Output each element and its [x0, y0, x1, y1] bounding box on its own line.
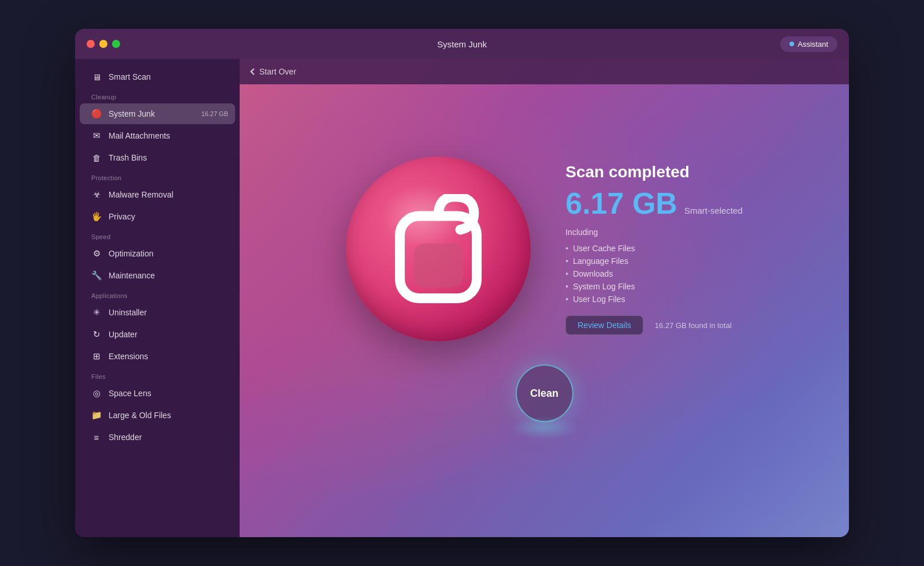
uninstaller-icon: ✳	[91, 307, 102, 318]
size-value: 6.17 GB	[565, 188, 677, 218]
trash-icon: 🗑	[91, 152, 102, 163]
section-applications: Applications	[75, 286, 240, 301]
section-cleanup: Cleanup	[75, 88, 240, 103]
clean-button-wrapper: Clean	[510, 364, 579, 440]
space-lens-icon: ◎	[91, 388, 102, 399]
maintenance-icon: 🔧	[91, 270, 102, 281]
optimization-label: Optimization	[109, 249, 154, 258]
size-row: 6.17 GB Smart-selected	[565, 188, 743, 218]
sidebar-item-mail-attachments[interactable]: ✉ Mail Attachments	[80, 125, 235, 146]
list-item: User Log Files	[565, 295, 743, 304]
sidebar-item-system-junk[interactable]: 🔴 System Junk 16.27 GB	[80, 103, 235, 124]
start-over-label: Start Over	[259, 67, 296, 76]
including-label: Including	[565, 228, 743, 237]
list-item: System Log Files	[565, 282, 743, 291]
window-title: System Junk	[437, 39, 487, 49]
sidebar-item-malware-removal[interactable]: ☣ Malware Removal	[80, 184, 235, 205]
assistant-label: Assistant	[798, 40, 828, 49]
privacy-icon: 🖐	[91, 211, 102, 222]
close-button[interactable]	[87, 40, 95, 48]
title-bar: System Junk Assistant	[75, 29, 849, 59]
trash-bins-label: Trash Bins	[109, 153, 147, 162]
sidebar-item-optimization[interactable]: ⚙ Optimization	[80, 243, 235, 264]
system-junk-icon: 🔴	[91, 109, 102, 119]
assistant-dot	[789, 42, 794, 46]
updater-icon: ↻	[91, 329, 102, 340]
back-icon	[250, 68, 256, 75]
maintenance-label: Maintenance	[109, 271, 155, 280]
clean-button[interactable]: Clean	[516, 364, 573, 422]
assistant-button[interactable]: Assistant	[780, 36, 837, 52]
main-panel: Start Over	[240, 59, 849, 537]
review-details-label: Review Details	[578, 321, 631, 330]
space-lens-label: Space Lens	[109, 389, 151, 398]
sidebar: 🖥 Smart Scan Cleanup 🔴 System Junk 16.27…	[75, 59, 240, 537]
sidebar-item-privacy[interactable]: 🖐 Privacy	[80, 206, 235, 227]
sidebar-item-extensions[interactable]: ⊞ Extensions	[80, 346, 235, 367]
app-window: System Junk Assistant 🖥 Smart Scan Clean…	[75, 29, 849, 537]
scan-completed-text: Scan completed	[565, 163, 743, 181]
traffic-lights	[87, 40, 120, 48]
sidebar-item-large-old-files[interactable]: 📁 Large & Old Files	[80, 405, 235, 426]
app-icon	[346, 157, 531, 341]
smart-scan-label: Smart Scan	[109, 72, 151, 81]
section-files: Files	[75, 367, 240, 382]
mail-icon: ✉	[91, 131, 102, 141]
action-row: Review Details 16.27 GB found in total	[565, 315, 743, 335]
list-item: User Cache Files	[565, 244, 743, 253]
nav-bar: Start Over	[240, 59, 849, 84]
privacy-label: Privacy	[109, 212, 135, 221]
large-old-files-label: Large & Old Files	[109, 411, 171, 420]
optimization-icon: ⚙	[91, 248, 102, 259]
mail-attachments-label: Mail Attachments	[109, 131, 170, 140]
section-speed: Speed	[75, 228, 240, 243]
smart-scan-icon: 🖥	[91, 72, 102, 82]
extensions-label: Extensions	[109, 352, 148, 361]
clean-button-glow	[510, 416, 579, 440]
main-content: 🖥 Smart Scan Cleanup 🔴 System Junk 16.27…	[75, 59, 849, 537]
sidebar-item-shredder[interactable]: ≡ Shredder	[80, 427, 235, 448]
uninstaller-label: Uninstaller	[109, 308, 147, 317]
shredder-label: Shredder	[109, 433, 142, 442]
app-icon-circle	[346, 157, 531, 341]
sidebar-item-maintenance[interactable]: 🔧 Maintenance	[80, 265, 235, 286]
svg-rect-1	[413, 244, 463, 288]
list-item: Language Files	[565, 256, 743, 266]
content-area: Scan completed 6.17 GB Smart-selected In…	[346, 157, 743, 341]
start-over-button[interactable]: Start Over	[251, 67, 296, 76]
malware-removal-label: Malware Removal	[109, 190, 173, 199]
review-details-button[interactable]: Review Details	[565, 315, 643, 335]
minimize-button[interactable]	[99, 40, 107, 48]
malware-icon: ☣	[91, 189, 102, 200]
list-item: Downloads	[565, 269, 743, 278]
extensions-icon: ⊞	[91, 351, 102, 362]
large-files-icon: 📁	[91, 410, 102, 420]
clean-label: Clean	[530, 388, 558, 400]
maximize-button[interactable]	[112, 40, 120, 48]
info-panel: Scan completed 6.17 GB Smart-selected In…	[565, 163, 743, 335]
total-found-text: 16.27 GB found in total	[655, 321, 732, 330]
file-list: User Cache Files Language Files Download…	[565, 244, 743, 304]
sidebar-item-smart-scan[interactable]: 🖥 Smart Scan	[80, 66, 235, 87]
sidebar-item-updater[interactable]: ↻ Updater	[80, 324, 235, 345]
system-junk-label: System Junk	[109, 109, 155, 118]
sidebar-item-space-lens[interactable]: ◎ Space Lens	[80, 383, 235, 404]
shredder-icon: ≡	[91, 432, 102, 442]
updater-label: Updater	[109, 330, 137, 339]
smart-selected-text: Smart-selected	[684, 206, 743, 215]
section-protection: Protection	[75, 169, 240, 184]
sidebar-item-uninstaller[interactable]: ✳ Uninstaller	[80, 302, 235, 323]
icon-shape	[386, 194, 490, 304]
system-junk-badge: 16.27 GB	[202, 110, 228, 117]
sidebar-item-trash-bins[interactable]: 🗑 Trash Bins	[80, 147, 235, 168]
